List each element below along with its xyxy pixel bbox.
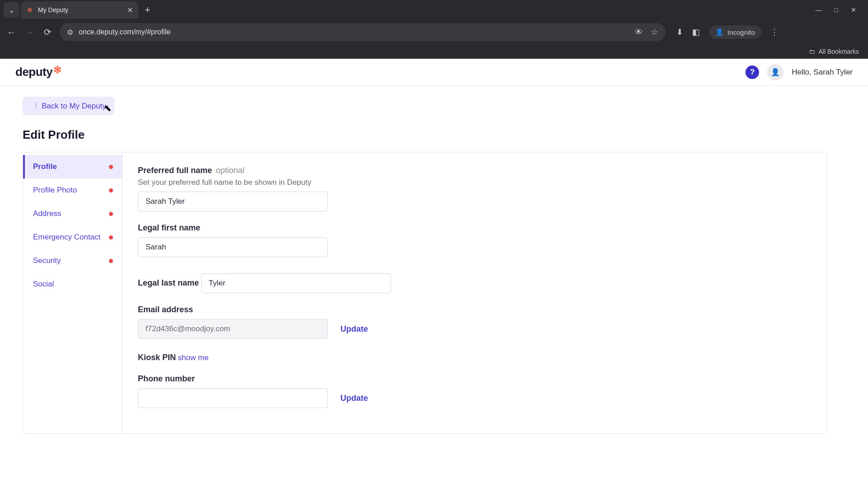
legal-last-name-input[interactable] xyxy=(201,273,391,293)
tab-bar: ⌄ ✻ My Deputy ✕ + — □ ✕ xyxy=(0,0,868,20)
help-glyph: ? xyxy=(750,68,755,77)
deputy-logo[interactable]: deputy ✻ xyxy=(15,65,61,79)
downloads-icon[interactable]: ⬇ xyxy=(676,27,683,37)
forward-button: → xyxy=(24,27,35,38)
all-bookmarks-label: All Bookmarks xyxy=(819,48,859,55)
eye-off-icon[interactable]: 👁 xyxy=(635,28,643,37)
side-panel-icon[interactable]: ◧ xyxy=(692,27,700,37)
phone-input[interactable] xyxy=(138,388,328,408)
field-optional: optional xyxy=(216,166,245,175)
update-email-button[interactable]: Update xyxy=(340,324,368,334)
address-bar[interactable]: ⚙ once.deputy.com/my/#profile 👁 ☆ xyxy=(60,23,665,41)
field-label: Kiosk PIN xyxy=(138,353,176,362)
update-phone-button[interactable]: Update xyxy=(340,394,368,403)
profile-sidebar: Profile Profile Photo Address Emergency … xyxy=(23,152,123,433)
alert-dot-icon xyxy=(109,212,113,216)
kiosk-pin-field: Kiosk PIN show me xyxy=(138,351,391,362)
logo-asterisk-icon: ✻ xyxy=(53,64,61,76)
sidebar-item-label: Address xyxy=(33,209,61,218)
sidebar-item-label: Profile Photo xyxy=(33,186,77,195)
sidebar-item-profile-photo[interactable]: Profile Photo xyxy=(23,178,122,202)
incognito-label: Incognito xyxy=(727,28,755,36)
sidebar-item-profile[interactable]: Profile xyxy=(23,155,122,178)
field-label: Legal last name xyxy=(138,278,199,287)
show-kiosk-pin-button[interactable]: show me xyxy=(178,353,208,362)
sidebar-item-label: Security xyxy=(33,256,61,265)
close-icon[interactable]: ✕ xyxy=(127,6,133,14)
field-label: Legal first name xyxy=(138,223,200,232)
sidebar-item-emergency-contact[interactable]: Emergency Contact xyxy=(23,225,122,249)
tab-title: My Deputy xyxy=(38,6,123,14)
person-icon: 👤 xyxy=(771,68,780,76)
site-settings-icon[interactable]: ⚙ xyxy=(67,28,73,37)
page-body: 〈 Back to My Deputy ⬉ Edit Profile Profi… xyxy=(0,86,868,445)
legal-first-name-input[interactable] xyxy=(138,237,328,257)
incognito-icon: 👤 xyxy=(715,28,724,36)
all-bookmarks-button[interactable]: 🗀 All Bookmarks xyxy=(809,48,859,55)
sidebar-item-social[interactable]: Social xyxy=(23,272,122,296)
alert-dot-icon xyxy=(109,259,113,263)
profile-form: Preferred full name optional Set your pr… xyxy=(123,152,827,433)
bookmark-star-icon[interactable]: ☆ xyxy=(651,27,658,37)
back-to-deputy-button[interactable]: 〈 Back to My Deputy ⬉ xyxy=(23,97,114,115)
sidebar-item-address[interactable]: Address xyxy=(23,202,122,225)
greeting-text: Hello, Sarah Tyler xyxy=(792,68,853,77)
field-label: Phone number xyxy=(138,374,195,383)
logo-text: deputy xyxy=(15,65,52,79)
page-title: Edit Profile xyxy=(23,128,845,142)
deputy-favicon-icon: ✻ xyxy=(26,6,33,14)
legal-last-name-field: Legal last name xyxy=(138,269,391,293)
close-window-icon[interactable]: ✕ xyxy=(851,6,856,14)
maximize-icon[interactable]: □ xyxy=(835,6,838,14)
email-input xyxy=(138,319,328,339)
field-hint: Set your preferred full name to be shown… xyxy=(138,178,391,187)
reload-button[interactable]: ⟳ xyxy=(42,27,53,38)
sidebar-item-label: Social xyxy=(33,280,54,289)
legal-first-name-field: Legal first name xyxy=(138,223,391,257)
alert-dot-icon xyxy=(109,188,113,192)
tab-search-button[interactable]: ⌄ xyxy=(4,2,19,18)
url-text: once.deputy.com/my/#profile xyxy=(79,28,629,36)
bookmarks-bar: 🗀 All Bookmarks xyxy=(0,44,868,59)
alert-dot-icon xyxy=(109,165,113,169)
sidebar-item-security[interactable]: Security xyxy=(23,249,122,272)
email-field: Email address Update xyxy=(138,305,391,339)
back-button[interactable]: ← xyxy=(5,27,17,38)
folder-icon: 🗀 xyxy=(809,48,815,55)
field-label: Email address xyxy=(138,305,193,314)
sidebar-item-label: Profile xyxy=(33,162,57,171)
minimize-icon[interactable]: — xyxy=(816,6,822,14)
chevron-left-icon: 〈 xyxy=(31,101,38,111)
app-header: deputy ✻ ? 👤 Hello, Sarah Tyler xyxy=(0,59,868,86)
menu-icon[interactable]: ⋮ xyxy=(770,27,778,37)
phone-field: Phone number Update xyxy=(138,374,391,408)
help-button[interactable]: ? xyxy=(745,66,759,79)
nav-bar: ← → ⟳ ⚙ once.deputy.com/my/#profile 👁 ☆ … xyxy=(0,20,868,44)
avatar[interactable]: 👤 xyxy=(767,64,783,80)
browser-tab[interactable]: ✻ My Deputy ✕ xyxy=(21,1,138,19)
field-label: Preferred full name xyxy=(138,166,212,175)
preferred-name-input[interactable] xyxy=(138,192,328,211)
window-controls: — □ ✕ xyxy=(816,6,864,14)
browser-chrome: ⌄ ✻ My Deputy ✕ + — □ ✕ ← → ⟳ ⚙ once.dep… xyxy=(0,0,868,59)
alert-dot-icon xyxy=(109,235,113,239)
chevron-down-icon: ⌄ xyxy=(9,6,14,14)
back-label: Back to My Deputy xyxy=(42,102,106,111)
new-tab-button[interactable]: + xyxy=(140,4,155,16)
sidebar-item-label: Emergency Contact xyxy=(33,233,100,242)
incognito-indicator[interactable]: 👤 Incognito xyxy=(709,25,761,39)
preferred-name-field: Preferred full name optional Set your pr… xyxy=(138,166,391,211)
profile-panel: Profile Profile Photo Address Emergency … xyxy=(23,152,827,434)
